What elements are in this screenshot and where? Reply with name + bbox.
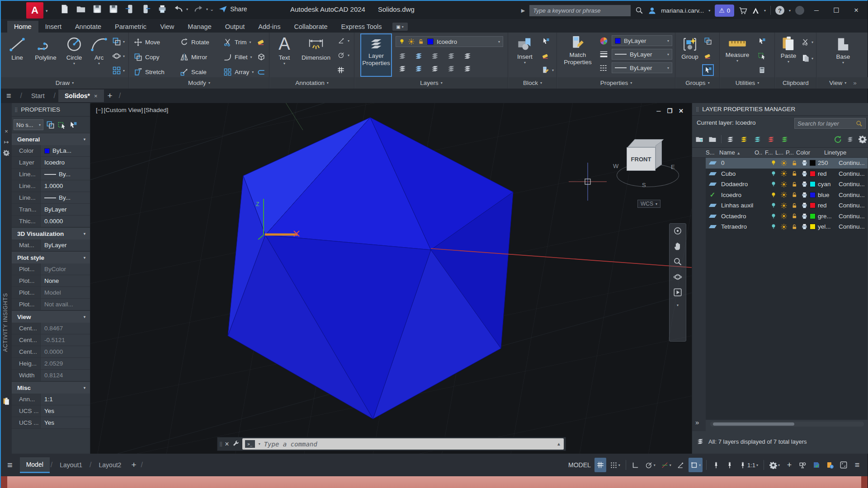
- customization-menu-icon[interactable]: ≡: [851, 458, 863, 472]
- property-value[interactable]: ByLayer: [41, 204, 90, 215]
- layer-thaw-icon[interactable]: [430, 64, 440, 73]
- section-header-3d-visualization[interactable]: 3D Visualization▾: [12, 227, 90, 239]
- property-value[interactable]: 0.0000: [41, 216, 90, 227]
- workspace-switching-button[interactable]: ▾: [768, 458, 782, 472]
- layer-row-tetraedro[interactable]: Tetraedroyel...Continu...: [706, 221, 868, 232]
- layer-color-cell[interactable]: red: [810, 170, 839, 177]
- color-wheel-icon[interactable]: [599, 36, 609, 46]
- layer-lock-icon[interactable]: [789, 181, 799, 188]
- layer-select-dropdown[interactable]: Icoedro ▾: [396, 36, 503, 47]
- new-drawing-icon[interactable]: [59, 3, 71, 15]
- annotation-scale-button[interactable]: 1:1▾: [737, 458, 760, 472]
- layer-row-0[interactable]: 0250Continu...: [706, 158, 868, 169]
- circle-button[interactable]: Circle▾: [61, 35, 87, 66]
- select-objects-icon[interactable]: [57, 121, 66, 129]
- new-layer-frozen-icon[interactable]: [753, 135, 762, 144]
- save-to-web-icon[interactable]: [140, 3, 152, 15]
- copy-button[interactable]: Copy: [134, 53, 160, 61]
- col-status[interactable]: S...: [706, 149, 719, 156]
- leader-button[interactable]: ▾: [337, 52, 349, 59]
- property-value[interactable]: ByLa...: [41, 145, 90, 156]
- layer-lock-icon[interactable]: [789, 192, 799, 198]
- layer-freeze-sun-icon[interactable]: [778, 202, 789, 209]
- ribbon-tab-view[interactable]: View: [153, 21, 181, 33]
- panel-label-groups[interactable]: Groups▾: [676, 77, 719, 89]
- drawing-canvas[interactable]: Z: [90, 103, 692, 454]
- customize-qat-chevron-icon[interactable]: ⌄: [210, 6, 214, 12]
- user-menu-chevron-icon[interactable]: ▾: [708, 9, 710, 13]
- property-value[interactable]: ByLayer: [41, 239, 90, 251]
- table-button[interactable]: [337, 66, 345, 74]
- property-value[interactable]: Yes: [41, 417, 90, 428]
- layer-plot-icon[interactable]: [799, 223, 810, 230]
- polyline-button[interactable]: Polyline: [31, 35, 61, 61]
- plot-icon[interactable]: [156, 3, 168, 15]
- user-avatar-icon[interactable]: [648, 6, 656, 15]
- measure-button[interactable]: Measure▾: [723, 36, 752, 63]
- property-value[interactable]: 1:1: [41, 394, 90, 405]
- refresh-icon[interactable]: [833, 135, 842, 144]
- apps-chevron-icon[interactable]: ▾: [764, 9, 766, 13]
- layer-match-icon[interactable]: [462, 52, 472, 61]
- col-linetype[interactable]: Linetype: [824, 149, 846, 156]
- layer-on-bulb-icon[interactable]: [768, 202, 778, 209]
- wcs-menu[interactable]: WCS▾: [637, 200, 660, 208]
- layer-freeze-sun-icon[interactable]: [778, 192, 789, 198]
- new-group-filter-icon[interactable]: [708, 135, 717, 143]
- command-grip[interactable]: ⣿: [219, 441, 222, 446]
- col-freeze[interactable]: F...: [765, 149, 775, 156]
- ribbon-tab-annotate[interactable]: Annotate: [68, 21, 108, 33]
- property-value[interactable]: 1.0000: [41, 180, 90, 192]
- panel-label-draw[interactable]: Draw▾: [1, 77, 128, 89]
- toggle-pickadd-icon[interactable]: [46, 121, 55, 129]
- viewcube-side-face[interactable]: [656, 141, 662, 169]
- panel-label-utilities[interactable]: Utilities▾: [720, 77, 774, 89]
- col-name[interactable]: Name ▲: [719, 149, 755, 156]
- layer-plot-icon[interactable]: [799, 213, 810, 220]
- lineweight-icon[interactable]: [599, 50, 609, 59]
- mirror-button[interactable]: Mirror: [180, 53, 207, 61]
- viewport-view-control[interactable]: [Custom View]: [104, 107, 143, 113]
- customization-button[interactable]: +: [783, 458, 795, 472]
- trim-button[interactable]: Trim▾: [223, 38, 251, 47]
- polar-tracking-toggle[interactable]: ▾: [643, 458, 657, 472]
- property-value[interactable]: Model: [41, 287, 90, 298]
- help-chevron-icon[interactable]: ▾: [789, 9, 791, 13]
- annotation-autoscale-toggle[interactable]: [724, 458, 736, 472]
- layer-linetype[interactable]: Continu...: [839, 160, 865, 166]
- graphics-performance-button[interactable]: [811, 458, 822, 472]
- ungroup-button[interactable]: [704, 37, 712, 45]
- layer-properties-button[interactable]: Layer Properties: [361, 34, 391, 76]
- layer-lock-icon[interactable]: [446, 52, 456, 61]
- annotation-visibility-toggle[interactable]: [710, 458, 722, 472]
- quick-select-icon[interactable]: [69, 121, 77, 129]
- array-button[interactable]: Array▾: [223, 68, 254, 76]
- feedback-icon[interactable]: [795, 6, 804, 15]
- layer-on-bulb-icon[interactable]: [768, 170, 778, 177]
- col-on[interactable]: O..: [755, 149, 765, 156]
- object-snap-toggle[interactable]: ▾: [689, 458, 703, 472]
- open-from-web-icon[interactable]: [124, 3, 136, 15]
- command-customize-icon[interactable]: [232, 440, 240, 448]
- command-prompt-icon[interactable]: >_: [245, 440, 255, 448]
- layer-linetype[interactable]: Continu...: [839, 202, 865, 209]
- layer-isolate-icon[interactable]: [414, 52, 424, 61]
- expand-filter-tree-bottom-icon[interactable]: »: [695, 418, 699, 426]
- isolate-objects-button[interactable]: [797, 458, 809, 472]
- panel-label-block[interactable]: Block▾: [509, 77, 557, 89]
- new-file-tab-button[interactable]: +: [108, 91, 113, 101]
- fillet-button[interactable]: Fillet▾: [223, 53, 252, 61]
- layer-freeze-sun-icon[interactable]: [778, 181, 789, 188]
- copy-clip-button[interactable]: ▾: [802, 54, 813, 62]
- col-plot[interactable]: P...: [786, 149, 796, 156]
- layer-freeze-sun-icon[interactable]: [778, 170, 789, 177]
- rotate-button[interactable]: Rotate: [180, 38, 209, 47]
- properties-palette-header[interactable]: ⣿PROPERTIES: [12, 103, 90, 117]
- col-color[interactable]: Color: [796, 149, 824, 156]
- layer-on-bulb-icon[interactable]: [768, 192, 778, 198]
- tab-model[interactable]: Model: [20, 457, 50, 473]
- osnap-tracking-toggle[interactable]: [675, 458, 687, 472]
- layout-menu-icon[interactable]: ≡: [7, 460, 13, 470]
- layer-prev-icon[interactable]: [462, 64, 472, 73]
- property-value[interactable]: Yes: [41, 405, 90, 417]
